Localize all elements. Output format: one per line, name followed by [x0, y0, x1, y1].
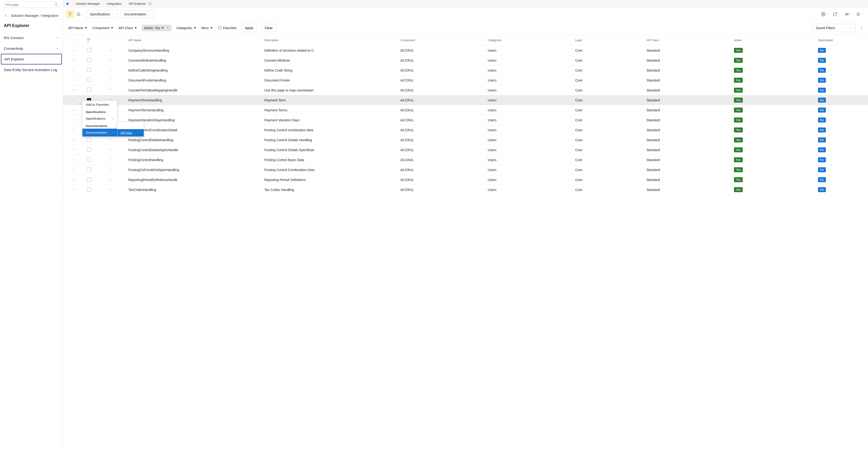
table-row[interactable]: PostingCtrlCombDetSpecHandlingPosting Co…: [63, 165, 868, 175]
row-checkbox[interactable]: [87, 88, 91, 92]
settings-dropdown[interactable]: [820, 11, 830, 17]
table-row[interactable]: CounterPartValueMappingHandlirUse this p…: [63, 85, 868, 95]
row-checkbox[interactable]: [87, 167, 91, 172]
row-checkbox[interactable]: [87, 78, 91, 82]
row-kebab-icon[interactable]: [109, 68, 112, 71]
sidebar-item-ifs-connect[interactable]: IFS Connect: [0, 32, 63, 43]
sidebar-item-data-entity-service-activation-log[interactable]: Data Entity Service Activation Log: [0, 64, 63, 75]
chevron-down-icon[interactable]: [72, 168, 75, 171]
chevron-down-icon[interactable]: [72, 188, 75, 191]
header-layer[interactable]: Layer: [574, 35, 645, 46]
table-row[interactable]: DocumentFooterHandlingDocument FooterACC…: [63, 76, 868, 85]
chevron-down-icon[interactable]: [72, 59, 75, 62]
chevron-down-icon[interactable]: [72, 178, 75, 181]
table-row[interactable]: PostingControlDetailsSpecHandlirPosting …: [63, 145, 868, 155]
filter-api-name[interactable]: API Name: [68, 25, 88, 31]
header-api-class[interactable]: API Class: [645, 35, 732, 46]
row-checkbox[interactable]: [87, 177, 91, 181]
chevron-down-icon[interactable]: [72, 118, 75, 121]
svg-point-9: [861, 27, 862, 27]
view-dropdown[interactable]: [855, 11, 865, 17]
table-row[interactable]: PaymentVacationDaysHandlingPayment Vacat…: [63, 115, 868, 125]
chevron-down-icon[interactable]: [72, 128, 75, 131]
breadcrumb-solution-manager[interactable]: Solution Manager: [76, 2, 100, 5]
chevron-down-icon[interactable]: [72, 69, 75, 71]
chevron-down-icon[interactable]: [72, 49, 75, 52]
row-kebab-icon[interactable]: [109, 188, 112, 191]
row-kebab-icon[interactable]: [109, 138, 112, 141]
sidebar-item-api-explorer[interactable]: API Explorer: [1, 54, 62, 64]
clear-button[interactable]: Clear: [261, 24, 276, 32]
notifications-button[interactable]: [76, 12, 84, 17]
header-description[interactable]: Description: [262, 35, 398, 46]
filter-component[interactable]: Component: [92, 25, 114, 31]
table-row[interactable]: CompanyStructureHandlingDefinition of st…: [63, 46, 868, 55]
row-kebab-icon[interactable]: [109, 58, 112, 62]
filter-button[interactable]: [66, 10, 74, 18]
table-container[interactable]: (1) API Name Description Component Categ…: [63, 35, 868, 453]
table-row[interactable]: ConnectAttributeHandlingConnect Attribut…: [63, 55, 868, 65]
table-row[interactable]: TaxCodesHandlingTax Codes HandlingACCRUL…: [63, 185, 868, 195]
chevron-down-icon[interactable]: [72, 158, 75, 161]
row-kebab-icon[interactable]: [109, 148, 112, 151]
header-expand[interactable]: [63, 35, 85, 46]
filter-api-class[interactable]: API Class: [118, 25, 137, 31]
table-row[interactable]: PostingControlDetailsHandlingPosting Con…: [63, 135, 868, 145]
chevron-down-icon[interactable]: [72, 89, 75, 91]
row-kebab-icon[interactable]: [109, 88, 112, 91]
row-kebab-icon[interactable]: [109, 48, 112, 52]
apply-button[interactable]: Apply: [241, 24, 257, 32]
row-kebab-icon[interactable]: [109, 178, 112, 181]
page-count-dropdown[interactable]: 24: [844, 11, 853, 17]
chevron-down-icon: [72, 38, 75, 41]
table-row[interactable]: DefineCodeStringHandlingDefine Code Stri…: [63, 65, 868, 76]
filter-more[interactable]: More: [201, 25, 213, 31]
chevron-down-icon[interactable]: [72, 139, 75, 141]
refresh-icon[interactable]: [148, 2, 152, 5]
filter-favorites[interactable]: Favorites: [217, 25, 237, 31]
header-component[interactable]: Component: [398, 35, 486, 46]
row-checkbox[interactable]: [87, 157, 91, 161]
header-api-name[interactable]: API Name: [126, 35, 262, 46]
filter-categories[interactable]: Categories: [176, 25, 196, 31]
ctx-add-favorites[interactable]: Add to Favorites: [83, 101, 117, 109]
header-deprecated[interactable]: Deprecated: [816, 35, 868, 46]
chevron-down-icon[interactable]: [72, 98, 75, 101]
chevron-down-icon[interactable]: [72, 148, 75, 151]
documentation-dropdown[interactable]: Documentation: [120, 10, 154, 18]
ctx-specifications[interactable]: Specifications: [83, 115, 117, 122]
row-checkbox[interactable]: [87, 138, 91, 142]
kebab-icon[interactable]: [860, 26, 863, 30]
row-kebab-icon[interactable]: [109, 78, 112, 82]
table-row[interactable]: ReportingPeriodDefinitionsHandliReportin…: [63, 175, 868, 185]
row-checkbox[interactable]: [87, 147, 91, 152]
row-checkbox[interactable]: [87, 68, 91, 72]
ctx-documentation[interactable]: Documentation Users API Doc: [83, 129, 117, 137]
back-icon[interactable]: [4, 14, 7, 18]
row-kebab-icon[interactable]: [109, 158, 112, 161]
row-checkbox[interactable]: [87, 58, 91, 62]
chevron-down-icon[interactable]: [72, 79, 75, 82]
table-row[interactable]: PaymentTermHandlingPayment TermACCRULUse…: [63, 95, 868, 105]
header-select[interactable]: (1): [85, 35, 107, 46]
sub-api-doc[interactable]: API Doc: [117, 129, 144, 137]
row-checkbox[interactable]: [87, 48, 91, 52]
row-kebab-icon[interactable]: [109, 168, 112, 171]
table-row[interactable]: PaymentTermsHandlingPayment TermsACCRULU…: [63, 105, 868, 115]
filter-active[interactable]: Active: Yes: [142, 25, 172, 31]
table-row[interactable]: PostingControlHandlingPosting Control Ba…: [63, 155, 868, 165]
header-active[interactable]: Active: [732, 35, 816, 46]
chevron-down-icon[interactable]: [72, 109, 75, 111]
close-icon[interactable]: [166, 27, 169, 29]
row-checkbox[interactable]: [87, 187, 91, 191]
specifications-dropdown[interactable]: Specifications: [86, 10, 118, 18]
search-input[interactable]: [5, 3, 55, 6]
sidebar-item-connectivity[interactable]: Connectivity: [0, 43, 63, 54]
header-categories[interactable]: Categories: [486, 35, 574, 46]
sidebar-search[interactable]: [2, 1, 61, 8]
saved-filters-dropdown[interactable]: Saved Filters: [812, 24, 855, 32]
export-dropdown[interactable]: [832, 11, 841, 17]
sub-users[interactable]: Users: [117, 122, 144, 129]
breadcrumb-integration[interactable]: Integration: [107, 2, 122, 5]
table-row[interactable]: PostingControlCombinationDetailPosting C…: [63, 125, 868, 135]
